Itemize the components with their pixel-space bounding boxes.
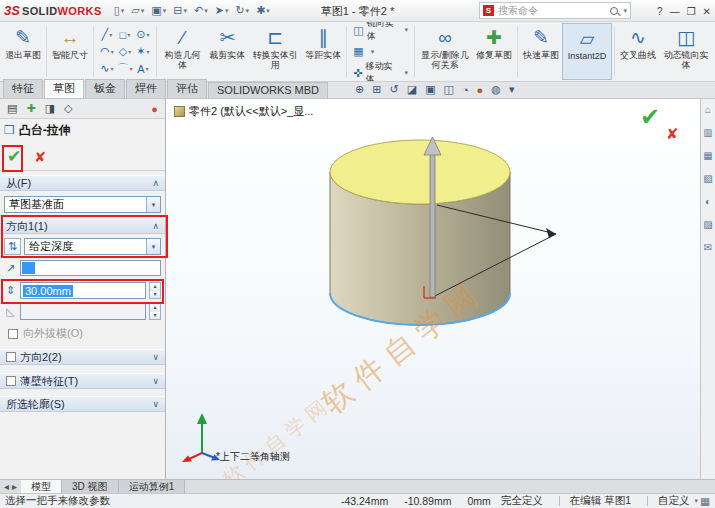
dimxpertmanager-tab[interactable]: ◇	[64, 102, 72, 115]
feature-tree-flyout[interactable]: 零件2 (默认<<默认>_显...	[174, 104, 313, 119]
minimize-button[interactable]: —	[670, 6, 680, 17]
confirm-cancel-button[interactable]: ✘	[666, 125, 679, 143]
zoom-area-icon[interactable]: ⊞	[372, 83, 381, 96]
construction-geometry-button[interactable]: ∕ 构造几何体	[159, 23, 206, 80]
depth-spinner[interactable]: ▴ ▾	[149, 282, 161, 299]
view-palette-icon[interactable]: ▧	[703, 173, 712, 184]
display-style-icon[interactable]: ◫	[444, 83, 454, 96]
point-tool-button[interactable]: ✶▾	[134, 43, 152, 60]
tab-3d-views[interactable]: 3D 视图	[62, 480, 119, 493]
rapid-sketch-button[interactable]: ✎ 快速草图	[520, 23, 562, 80]
tab-weldments[interactable]: 焊件	[126, 79, 166, 98]
spin-up-icon[interactable]: ▴	[150, 304, 160, 312]
tab-solidworks-mbd[interactable]: SOLIDWORKS MBD	[208, 82, 328, 98]
appearances-icon[interactable]: ◐	[705, 196, 711, 207]
scene-icon[interactable]: ◍	[491, 83, 501, 96]
forum-icon[interactable]: ✉	[704, 242, 712, 253]
depth-input[interactable]: 30.00mm	[20, 282, 146, 299]
line-tool-button[interactable]: ╱▾	[98, 26, 116, 43]
design-library-icon[interactable]: ▥	[703, 127, 712, 138]
confirm-ok-button[interactable]: ✔	[640, 103, 660, 131]
end-condition-dropdown[interactable]: 给定深度 ▾	[24, 238, 161, 255]
home-icon[interactable]: ⌂	[705, 104, 711, 115]
reverse-direction-button[interactable]: ⇅	[4, 238, 21, 255]
displaymanager-tab[interactable]: ●	[151, 103, 158, 115]
zoom-fit-icon[interactable]: ⊕	[355, 83, 364, 96]
offset-entities-button[interactable]: ∥ 等距实体	[302, 23, 344, 80]
status-custom-dropdown[interactable]: 自定义	[658, 494, 690, 508]
convert-entities-button[interactable]: ⊏ 转换实体引用	[248, 23, 302, 80]
tab-scroll-right-icon[interactable]: ▸	[12, 481, 17, 492]
dynamic-mirror-button[interactable]: ◫ 动态镜向实体	[659, 23, 713, 80]
tab-evaluate[interactable]: 评估	[167, 79, 207, 98]
cylinder-top-face[interactable]	[330, 140, 510, 204]
spin-up-icon[interactable]: ▴	[150, 283, 160, 291]
exit-sketch-button[interactable]: ✎ 退出草图	[2, 23, 44, 80]
custom-properties-icon[interactable]: ▨	[703, 219, 712, 230]
intersection-curve-button[interactable]: ∿ 交叉曲线	[617, 23, 659, 80]
print-button[interactable]: ⊟▾	[171, 3, 189, 18]
repair-sketch-button[interactable]: ✚ 修复草图	[473, 23, 515, 80]
spin-down-icon[interactable]: ▾	[150, 291, 160, 299]
draft-spinner[interactable]: ▴ ▾	[149, 303, 161, 320]
circle-tool-button[interactable]: ⊙▾	[134, 26, 152, 43]
status-units-icon[interactable]: ▦	[700, 495, 710, 507]
ok-button[interactable]: ✔	[7, 146, 21, 167]
close-button[interactable]: ✕	[703, 6, 711, 17]
graphics-area[interactable]	[166, 99, 700, 479]
save-button[interactable]: ▣▾	[149, 3, 168, 18]
section-direction2[interactable]: 方向2(2) ∨	[0, 349, 165, 365]
view-settings-icon[interactable]: ▾	[509, 83, 515, 96]
tab-sketch[interactable]: 草图	[44, 79, 84, 98]
section-view-icon[interactable]: ◪	[407, 83, 417, 96]
section-thin-feature[interactable]: 薄壁特征(T) ∨	[0, 373, 165, 389]
command-search-box[interactable]: S 搜索命令 ▾	[479, 2, 631, 19]
featuremanager-tab[interactable]: ▤	[7, 102, 17, 115]
tab-scroll-left-icon[interactable]: ◂	[4, 481, 9, 492]
direction2-checkbox[interactable]	[6, 352, 16, 362]
appearance-icon[interactable]: ●	[477, 84, 484, 96]
graphics-viewport[interactable]: 软件自学网 软件自学网 零件2 (默认<<默认>_显... ✔ ✘ *上下二等角…	[166, 99, 700, 479]
search-dropdown-caret[interactable]: ▾	[623, 7, 627, 15]
spin-down-icon[interactable]: ▾	[150, 312, 160, 320]
previous-view-icon[interactable]: ↺	[390, 83, 399, 96]
section-direction1[interactable]: 方向1(1) ∧	[0, 218, 165, 234]
undo-button[interactable]: ↶▾	[192, 3, 210, 18]
display-delete-relations-button[interactable]: ∞ 显示/删除几何关系	[417, 23, 473, 80]
linear-sketch-pattern-button[interactable]: ▦▾	[351, 45, 410, 58]
thin-feature-checkbox[interactable]	[6, 376, 16, 386]
tab-model[interactable]: 模型	[21, 480, 62, 493]
rectangle-tool-button[interactable]: □▾	[116, 26, 134, 43]
mirror-entities-button[interactable]: ◫镜向实体▾	[351, 22, 410, 43]
tab-motion-study[interactable]: 运动算例1	[119, 480, 186, 493]
move-entities-button[interactable]: ✜移动实体▾	[351, 60, 410, 82]
configurationmanager-tab[interactable]: ◨	[45, 102, 55, 115]
section-from[interactable]: 从(F) ∧	[0, 175, 165, 191]
status-custom-caret-icon[interactable]: ▾	[695, 497, 699, 505]
open-document-button[interactable]: ▱▾	[129, 3, 146, 18]
file-explorer-icon[interactable]: ▦	[703, 150, 712, 161]
tab-sheet-metal[interactable]: 钣金	[85, 79, 125, 98]
section-selected-contours[interactable]: 所选轮廓(S) ∨	[0, 396, 165, 412]
new-document-button[interactable]: ▯▾	[112, 3, 127, 18]
hide-show-icon[interactable]: ◔	[462, 84, 469, 96]
start-condition-dropdown[interactable]: 草图基准面 ▾	[4, 196, 161, 213]
spline-tool-button[interactable]: ∿▾	[98, 60, 116, 77]
tab-features[interactable]: 特征	[3, 79, 43, 98]
trim-entities-button[interactable]: ✂ 裁剪实体	[206, 23, 248, 80]
help-button[interactable]: ?	[657, 6, 663, 17]
select-button[interactable]: ➤▾	[213, 3, 231, 18]
draft-angle-input[interactable]	[20, 303, 146, 320]
arc-tool-button[interactable]: ◠▾	[98, 43, 116, 60]
propertymanager-tab[interactable]: ✚	[26, 102, 35, 115]
polygon-tool-button[interactable]: ◇▾	[116, 43, 134, 60]
instant2d-button[interactable]: ▱ Instant2D	[562, 23, 612, 80]
draft-outward-checkbox[interactable]	[8, 329, 18, 339]
view-orientation-icon[interactable]: ▣	[425, 83, 435, 96]
smart-dimension-button[interactable]: ↔ 智能尺寸	[49, 23, 91, 80]
direction-reference-box[interactable]	[20, 260, 161, 276]
cancel-button[interactable]: ✘	[34, 149, 46, 165]
rebuild-button[interactable]: ↻▾	[233, 3, 251, 18]
ellipse-tool-button[interactable]: ⌒▾	[116, 60, 134, 77]
options-button[interactable]: ✱▾	[254, 3, 272, 18]
